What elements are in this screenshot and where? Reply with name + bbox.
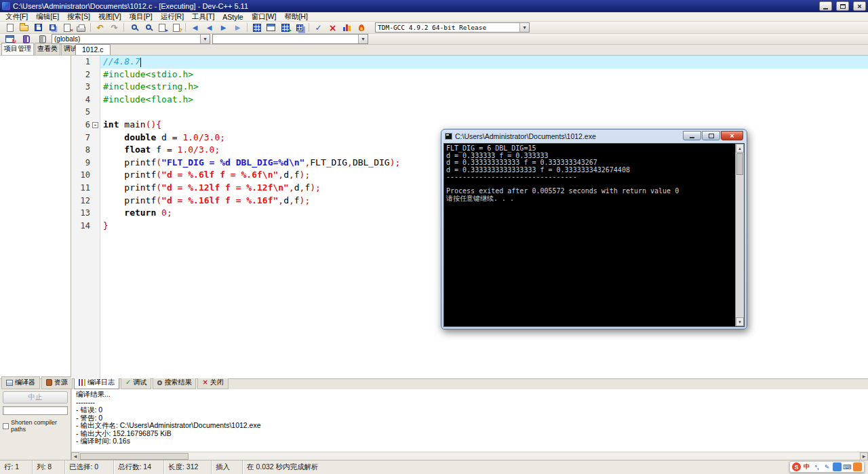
toolbar-separator: [123, 23, 124, 32]
goto-declaration-button[interactable]: ◀: [202, 22, 216, 33]
compile-button[interactable]: [250, 22, 264, 33]
menu-item-9[interactable]: 窗口[W]: [248, 12, 281, 21]
console-scroll-track[interactable]: [736, 176, 744, 317]
undo-icon: ↶: [96, 24, 103, 32]
console-close-button[interactable]: ×: [721, 131, 743, 140]
console-scroll-thumb[interactable]: [736, 153, 743, 175]
menu-item-2[interactable]: 编辑[E]: [32, 12, 63, 21]
compile-log[interactable]: 编译结果...--------- 错误: 0- 警告: 0- 输出文件名: C:…: [71, 389, 868, 452]
abort-button[interactable]: 中止: [3, 391, 68, 403]
ime-mode-icon[interactable]: 中: [802, 462, 811, 471]
menu-item-6[interactable]: 运行[R]: [157, 12, 188, 21]
console-window[interactable]: C:\Users\Administrator\Documents\1012.ex…: [441, 129, 747, 330]
profile-button[interactable]: [340, 22, 354, 33]
project-tab-2[interactable]: 查看类: [35, 43, 60, 55]
forward-button[interactable]: ▶: [231, 22, 245, 33]
report-tab-resource[interactable]: 资源: [41, 376, 73, 389]
menu-item-7[interactable]: 工具[T]: [188, 12, 218, 21]
shorten-paths-checkbox[interactable]: Shorten compiler paths: [3, 419, 68, 433]
delete-profiling-button[interactable]: [354, 22, 368, 33]
syntax-check-button[interactable]: ✓: [311, 22, 326, 33]
menu-item-8[interactable]: AStyle: [218, 12, 247, 21]
console-maximize-button[interactable]: [702, 131, 720, 140]
editor-tab[interactable]: 1012.c: [75, 44, 111, 55]
close-button[interactable]: ×: [853, 1, 866, 11]
ime-punct-icon[interactable]: °,: [812, 462, 821, 471]
scroll-up-icon[interactable]: ▲: [736, 144, 744, 153]
ime-mic-icon[interactable]: [833, 462, 842, 471]
code-line-1[interactable]: 1//4.8.7: [71, 56, 868, 68]
log-line-6: - 输出大小: 152.16796875 KiB: [76, 430, 864, 438]
save-all-button[interactable]: [45, 22, 60, 33]
console-body: FLT_DIG = 6 DBL_DIG=15d = 0.333333 f = 0…: [443, 143, 745, 327]
goto-line-button[interactable]: ▸: [155, 22, 169, 33]
menu-item-10[interactable]: 帮助[H]: [280, 12, 311, 21]
refresh-class-browser-button[interactable]: ↻: [3, 34, 17, 45]
scroll-down-icon[interactable]: ▼: [736, 317, 744, 326]
console-minimize-button[interactable]: [683, 131, 701, 140]
console-title-bar[interactable]: C:\Users\Administrator\Documents\1012.ex…: [443, 130, 745, 143]
back-button[interactable]: ◀: [188, 22, 202, 33]
project-panel[interactable]: [0, 56, 71, 378]
line-number: 3: [71, 81, 92, 94]
console-text[interactable]: FLT_DIG = 6 DBL_DIG=15d = 0.333333 f = 0…: [444, 144, 735, 326]
toolbar-main: × ↶ ↷ ▸ ? ◀ ◀ ▶ ▶ ▸ ✓ × TDM-GCC 4.9.2 64…: [0, 22, 868, 34]
scroll-right-icon[interactable]: ▶: [860, 452, 868, 460]
goto-source-button[interactable]: [35, 34, 50, 45]
chevron-down-icon: ▼: [200, 35, 210, 43]
toolbar-separator: [90, 23, 91, 32]
ime-keyboard-icon[interactable]: ⌨: [843, 462, 852, 471]
title-bar[interactable]: C:\Users\Administrator\Documents\1012.c …: [0, 0, 868, 12]
replace-button[interactable]: [140, 22, 155, 33]
find-button[interactable]: [126, 22, 140, 33]
maximize-button[interactable]: [836, 1, 849, 11]
globals-select[interactable]: (globals) ▼: [52, 34, 210, 44]
incremental-search-button[interactable]: ?: [169, 22, 183, 33]
menu-item-4[interactable]: 视图[V]: [94, 12, 125, 21]
compile-run-button[interactable]: ▸: [278, 22, 292, 33]
menu-item-5[interactable]: 项目[P]: [125, 12, 157, 21]
goto-definition-button[interactable]: ▶: [216, 22, 231, 33]
fold-toggle-icon[interactable]: -: [92, 122, 98, 128]
project-tab-1[interactable]: 项目管理: [1, 43, 34, 55]
report-tab-compiler[interactable]: 编译器: [1, 376, 40, 389]
abort-compile-button[interactable]: ×: [326, 22, 340, 33]
code-line-2[interactable]: 2#include<stdio.h>: [71, 68, 868, 81]
code-line-3[interactable]: 3#include<string.h>: [71, 81, 868, 94]
new-file-button[interactable]: [3, 22, 17, 33]
compiler-profile-select[interactable]: TDM-GCC 4.9.2 64-bit Release ▼: [375, 22, 530, 33]
ime-toolbox-icon[interactable]: [853, 462, 862, 471]
tab-row: 项目管理查看类调试 1012.c: [0, 45, 868, 56]
close-file-button[interactable]: ×: [60, 22, 74, 33]
redo-button[interactable]: ↷: [107, 22, 121, 33]
undo-button[interactable]: ↶: [93, 22, 107, 33]
members-select[interactable]: ▼: [212, 34, 368, 44]
console-line-7: Process exited after 0.005572 seconds wi…: [446, 188, 733, 195]
log-hscrollbar[interactable]: ◀ ▶: [71, 452, 868, 460]
menu-item-3[interactable]: 搜索[S]: [63, 12, 94, 21]
ime-pencil-icon[interactable]: ✎: [823, 462, 831, 471]
rebuild-button[interactable]: [292, 22, 307, 33]
flame-icon: [359, 24, 364, 31]
save-button[interactable]: [31, 22, 45, 33]
report-tab-label: 关闭: [210, 378, 224, 387]
ime-toolbar[interactable]: S中°,✎⌨: [789, 461, 865, 473]
compiler-icon: [6, 380, 13, 386]
scroll-left-icon[interactable]: ◀: [71, 452, 79, 460]
open-file-button[interactable]: [17, 22, 31, 33]
code-line-5[interactable]: 5: [71, 106, 868, 119]
minimize-button[interactable]: [819, 1, 832, 11]
line-number: 1: [71, 56, 92, 68]
project-panel-tabs: 项目管理查看类调试: [0, 43, 71, 55]
status-segment-5: 长度: 312: [164, 460, 212, 474]
code-line-4[interactable]: 4#include<float.h>: [71, 94, 868, 106]
sogou-logo-icon[interactable]: S: [792, 462, 801, 471]
run-button[interactable]: [264, 22, 278, 33]
menu-item-1[interactable]: 文件[F]: [1, 12, 32, 21]
console-scrollbar[interactable]: ▲ ▼: [735, 144, 744, 326]
hscroll-thumb[interactable]: [80, 453, 189, 460]
goto-header-button[interactable]: [19, 34, 33, 45]
print-button[interactable]: [74, 22, 88, 33]
status-segment-6: 插入: [212, 460, 243, 474]
checkbox-icon[interactable]: [3, 423, 9, 429]
